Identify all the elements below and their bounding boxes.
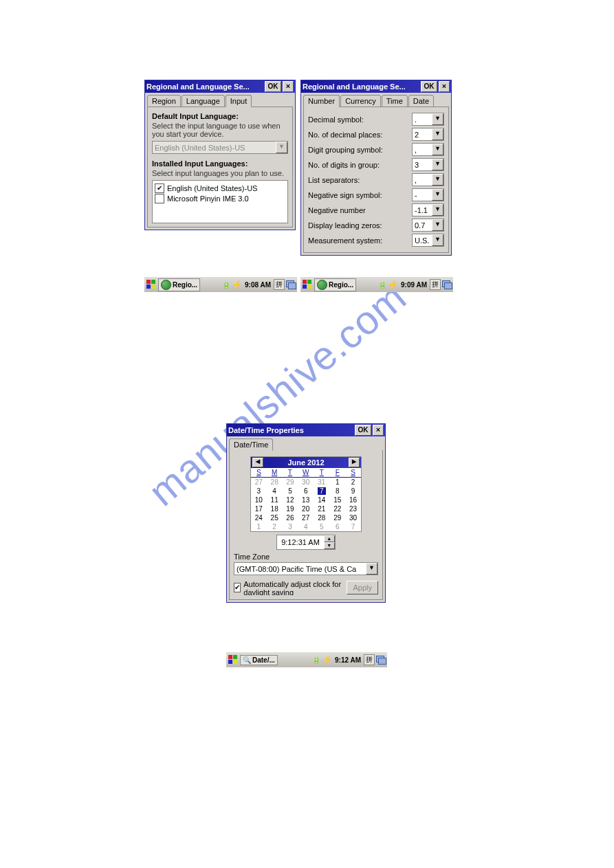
tab-language[interactable]: Language	[182, 95, 225, 107]
tab-region[interactable]: Region	[147, 95, 181, 107]
calendar-day[interactable]: 1	[251, 522, 267, 531]
taskbar-app-button[interactable]: 🔍Date/...	[240, 655, 278, 665]
calendar-day[interactable]: 6	[329, 522, 345, 531]
windows-stack-icon[interactable]	[442, 280, 452, 289]
tab-currency[interactable]: Currency	[340, 95, 381, 107]
time-spinner[interactable]: ▲▼	[324, 535, 335, 549]
setting-select[interactable]: 2▼	[412, 128, 444, 141]
language-checkbox[interactable]: Microsoft Pinyin IME 3.0	[155, 194, 285, 203]
calendar-day[interactable]: 7	[314, 487, 329, 496]
apply-button[interactable]: Apply	[347, 581, 378, 594]
windows-stack-icon[interactable]	[286, 280, 296, 289]
clock[interactable]: 9:09 AM	[401, 281, 427, 289]
calendar-day[interactable]: 30	[345, 513, 361, 522]
close-button[interactable]: ×	[373, 425, 384, 436]
dow-header: S	[251, 468, 267, 478]
calendar-day[interactable]: 30	[298, 478, 314, 487]
ime-button[interactable]: 拼	[364, 654, 375, 665]
ok-button[interactable]: OK	[421, 81, 437, 92]
clock[interactable]: 9:12 AM	[335, 656, 361, 664]
tab-number[interactable]: Number	[303, 95, 340, 107]
setting-select[interactable]: .▼	[412, 113, 444, 126]
calendar-day[interactable]: 2	[267, 522, 283, 531]
calendar-day[interactable]: 12	[283, 496, 298, 504]
calendar-day[interactable]: 1	[329, 478, 345, 487]
calendar-day[interactable]: 22	[329, 504, 345, 513]
calendar-day[interactable]: 4	[267, 487, 283, 496]
calendar-day[interactable]: 29	[329, 513, 345, 522]
calendar-day[interactable]: 18	[267, 504, 283, 513]
calendar-day[interactable]: 29	[283, 478, 298, 487]
setting-label: Measurement system:	[308, 236, 412, 245]
chevron-down-icon: ▼	[432, 113, 443, 125]
calendar-day[interactable]: 24	[251, 513, 267, 522]
ok-button[interactable]: OK	[355, 425, 371, 436]
calendar-day[interactable]: 27	[298, 513, 314, 522]
time-input[interactable]: 9:12:31 AM ▲▼	[276, 535, 336, 550]
taskbar-app-button[interactable]: Regio...	[158, 278, 200, 291]
close-button[interactable]: ×	[283, 81, 294, 92]
calendar-day[interactable]: 3	[283, 522, 298, 531]
setting-select[interactable]: 3▼	[412, 158, 444, 171]
setting-select[interactable]: -▼	[412, 188, 444, 201]
calendar-day[interactable]: 25	[267, 513, 283, 522]
start-button[interactable]	[302, 279, 313, 290]
auto-adjust-checkbox[interactable]: ✔ Automatically adjust clock for dayligh…	[234, 580, 347, 595]
setting-select[interactable]: ,▼	[412, 173, 444, 186]
calendar-day[interactable]: 31	[314, 478, 329, 487]
bolt-icon: ⚡	[388, 280, 398, 289]
calendar-day[interactable]: 28	[267, 478, 283, 487]
calendar-day[interactable]: 13	[298, 496, 314, 504]
prev-month-button[interactable]: ◀	[252, 458, 263, 467]
calendar-day[interactable]: 16	[345, 496, 361, 504]
calendar-day[interactable]: 20	[298, 504, 314, 513]
calendar-day[interactable]: 9	[345, 487, 361, 496]
window-title: Regional and Language Se...	[146, 82, 263, 91]
ime-button[interactable]: 拼	[274, 279, 285, 290]
windows-logo-icon	[228, 655, 238, 665]
calendar-day[interactable]: 6	[298, 487, 314, 496]
setting-select[interactable]: ,▼	[412, 143, 444, 156]
calendar-day[interactable]: 14	[314, 496, 329, 504]
chevron-down-icon: ▼	[432, 144, 443, 155]
calendar-day[interactable]: 15	[329, 496, 345, 504]
windows-stack-icon[interactable]	[376, 656, 386, 664]
next-month-button[interactable]: ▶	[349, 458, 360, 467]
calendar-day[interactable]: 17	[251, 504, 267, 513]
calendar-day[interactable]: 28	[314, 513, 329, 522]
tab-input[interactable]: Input	[226, 95, 252, 107]
calendar-day[interactable]: 4	[298, 522, 314, 531]
tab-date[interactable]: Date	[408, 95, 434, 107]
calendar-day[interactable]: 7	[345, 522, 361, 531]
taskbar-app-button[interactable]: Regio...	[314, 278, 356, 291]
default-language-select[interactable]: English (United States)-US ▼	[152, 141, 288, 154]
setting-select[interactable]: U.S.▼	[412, 234, 444, 247]
start-button[interactable]	[228, 654, 239, 665]
clock[interactable]: 9:08 AM	[245, 281, 271, 289]
calendar-day[interactable]: 5	[314, 522, 329, 531]
calendar-day[interactable]: 27	[251, 478, 267, 487]
calendar-day[interactable]: 26	[283, 513, 298, 522]
chevron-down-icon: ▼	[276, 142, 287, 153]
setting-select[interactable]: 0.7▼	[412, 219, 444, 232]
setting-select[interactable]: -1.1▼	[412, 203, 444, 216]
calendar-day[interactable]: 2	[345, 478, 361, 487]
calendar-day[interactable]: 3	[251, 487, 267, 496]
tab-datetime[interactable]: Date/Time	[229, 438, 273, 451]
language-checkbox[interactable]: ✔English (United States)-US	[155, 183, 285, 193]
calendar-day[interactable]: 10	[251, 496, 267, 504]
ok-button[interactable]: OK	[265, 81, 281, 92]
calendar: ◀ June 2012 ▶ SMTWTFS2728293031123456789…	[250, 456, 362, 532]
calendar-day[interactable]: 21	[314, 504, 329, 513]
tab-time[interactable]: Time	[382, 95, 408, 107]
calendar-day[interactable]: 8	[329, 487, 345, 496]
calendar-day[interactable]: 5	[283, 487, 298, 496]
windows-logo-icon	[146, 280, 156, 289]
calendar-day[interactable]: 19	[283, 504, 298, 513]
start-button[interactable]	[146, 279, 157, 290]
calendar-day[interactable]: 23	[345, 504, 361, 513]
calendar-day[interactable]: 11	[267, 496, 283, 504]
ime-button[interactable]: 拼	[430, 279, 441, 290]
timezone-select[interactable]: (GMT-08:00) Pacific Time (US & Ca ▼	[234, 562, 378, 575]
close-button[interactable]: ×	[439, 81, 450, 92]
